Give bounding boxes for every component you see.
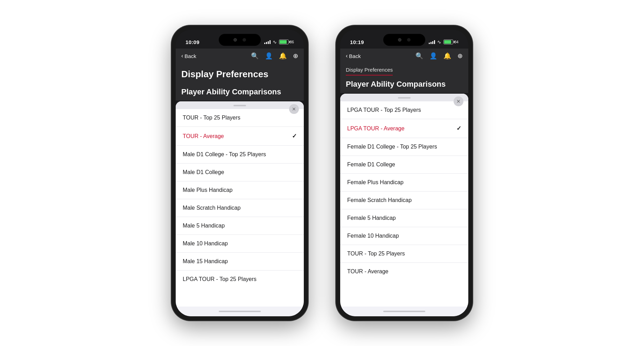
phone-left: 10:09 ∿ 86 (172, 26, 308, 320)
search-icon-left[interactable]: 🔍 (251, 52, 259, 60)
battery-right: 84 (443, 39, 458, 44)
screen-right: 10:19 ∿ 84 (340, 30, 468, 316)
phones-container: 10:09 ∿ 86 (172, 26, 472, 320)
status-icons-left: ∿ 86 (264, 39, 294, 45)
people-icon-left[interactable]: 👤 (265, 52, 273, 60)
search-icon-right[interactable]: 🔍 (415, 52, 423, 60)
signal-left (264, 40, 271, 44)
screen-left: 10:09 ∿ 86 (176, 30, 304, 316)
back-button-right[interactable]: ‹ Back (346, 53, 361, 59)
sheet-list-right[interactable]: LPGA TOUR - Top 25 PlayersLPGA TOUR - Av… (340, 101, 468, 307)
checkmark-icon: ✓ (292, 132, 297, 140)
battery-fill-left (280, 40, 287, 44)
list-item[interactable]: TOUR - Top 25 Players (176, 109, 304, 127)
checkmark-icon: ✓ (456, 125, 461, 132)
list-item[interactable]: LPGA TOUR - Top 25 Players (340, 101, 468, 119)
list-item-text: Female D1 College (347, 161, 395, 168)
status-time-left: 10:09 (186, 39, 200, 45)
list-item[interactable]: Female 10 Handicap (340, 227, 468, 245)
list-item[interactable]: Male 15 Handicap (176, 253, 304, 271)
plus-icon-right[interactable]: ⊕ (457, 52, 463, 60)
list-item[interactable]: Female Scratch Handicap (340, 192, 468, 209)
list-item[interactable]: LPGA TOUR - Average✓ (340, 119, 468, 138)
list-item[interactable]: Male Plus Handicap (176, 181, 304, 199)
close-button-left[interactable]: ✕ (289, 104, 299, 114)
speaker-right (407, 38, 411, 42)
back-chevron-left: ‹ (181, 53, 183, 59)
list-item[interactable]: Male 5 Handicap (176, 217, 304, 235)
signal-bar-r3 (432, 41, 433, 44)
battery-label-right: 84 (454, 40, 458, 44)
list-item[interactable]: Female Plus Handicap (340, 174, 468, 192)
list-item[interactable]: Male 10 Handicap (176, 235, 304, 253)
back-button-left[interactable]: ‹ Back (181, 53, 196, 59)
dynamic-island-right (383, 34, 425, 46)
list-item[interactable]: Female 5 Handicap (340, 209, 468, 227)
list-item[interactable]: Female D1 College - Top 25 Players (340, 138, 468, 156)
signal-bar-r4 (434, 40, 435, 44)
bell-icon-left[interactable]: 🔔 (279, 52, 287, 60)
list-item-text: LPGA TOUR - Top 25 Players (347, 107, 421, 113)
nav-bar-right: ‹ Back 🔍 👤 🔔 ⊕ (340, 49, 468, 63)
section-title-left: Player Ability Comparisons (181, 87, 298, 96)
list-item[interactable]: Male D1 College (176, 164, 304, 181)
bell-icon-right[interactable]: 🔔 (443, 52, 451, 60)
list-item[interactable]: LPGA TOUR - Top 25 Players (176, 271, 304, 288)
list-item-text: Female 5 Handicap (347, 215, 396, 221)
back-label-left: Back (184, 53, 196, 59)
close-button-right[interactable]: ✕ (454, 96, 463, 106)
dynamic-island-left (219, 34, 261, 46)
back-label-right: Back (349, 53, 360, 59)
list-item-text: LPGA TOUR - Average (347, 125, 405, 132)
home-indicator-right (340, 307, 468, 316)
sheet-handle-right (398, 97, 411, 99)
list-item[interactable]: Female D1 College (340, 156, 468, 174)
display-prefs-title-left: Display Preferences (181, 69, 298, 80)
battery-label-left: 86 (290, 40, 294, 44)
sheet-list-left[interactable]: TOUR - Top 25 PlayersTOUR - Average✓Male… (176, 109, 304, 307)
sheet-handle-row-right: ✕ (340, 94, 468, 101)
people-icon-right[interactable]: 👤 (429, 52, 437, 60)
home-bar-left (219, 311, 261, 312)
front-camera-left (233, 38, 237, 42)
list-item[interactable]: TOUR - Average (340, 263, 468, 280)
battery-fill-right (444, 40, 451, 44)
plus-icon-left[interactable]: ⊕ (293, 52, 298, 60)
nav-icons-right: 🔍 👤 🔔 ⊕ (415, 52, 463, 60)
display-prefs-tab-row: Display Preferences (340, 63, 468, 75)
back-chevron-right: ‹ (346, 53, 348, 59)
bottom-sheet-right: ✕ LPGA TOUR - Top 25 PlayersLPGA TOUR - … (340, 94, 468, 316)
signal-bar-2 (266, 42, 267, 44)
battery-left: 86 (279, 39, 294, 44)
list-item-text: LPGA TOUR - Top 25 Players (183, 276, 257, 282)
sheet-handle-row-left: ✕ (176, 101, 304, 109)
list-item[interactable]: Male D1 College - Top 25 Players (176, 146, 304, 164)
signal-bar-3 (268, 41, 269, 44)
bottom-sheet-left: ✕ TOUR - Top 25 PlayersTOUR - Average✓Ma… (176, 101, 304, 316)
display-prefs-tab[interactable]: Display Preferences (346, 67, 393, 75)
section-header-left: Display Preferences (176, 63, 304, 84)
nav-icons-left: 🔍 👤 🔔 ⊕ (251, 52, 298, 60)
home-bar-right (383, 311, 425, 312)
list-item-text: TOUR - Average (347, 268, 388, 275)
signal-bar-r1 (429, 43, 430, 44)
list-item-text: Male D1 College (183, 169, 224, 175)
list-item[interactable]: TOUR - Top 25 Players (340, 245, 468, 263)
speaker-left (243, 38, 246, 42)
signal-bar-4 (270, 40, 271, 44)
battery-icon-left (279, 39, 289, 44)
list-item-text: TOUR - Top 25 Players (347, 251, 405, 257)
list-item-text: TOUR - Average (183, 133, 224, 139)
section-subheader-left: Player Ability Comparisons (176, 84, 304, 101)
list-item-text: Male Scratch Handicap (183, 205, 240, 211)
list-item-text: Female Plus Handicap (347, 179, 404, 186)
list-item-text: Male 5 Handicap (183, 223, 225, 229)
signal-bar-1 (264, 43, 265, 44)
signal-bar-r2 (430, 42, 432, 44)
list-item-text: TOUR - Top 25 Players (183, 115, 240, 121)
battery-icon-right (443, 39, 453, 44)
list-item[interactable]: TOUR - Average✓ (176, 127, 304, 146)
list-item-text: Male 10 Handicap (183, 240, 228, 247)
list-item[interactable]: Male Scratch Handicap (176, 199, 304, 217)
list-item-text: Female Scratch Handicap (347, 197, 412, 203)
